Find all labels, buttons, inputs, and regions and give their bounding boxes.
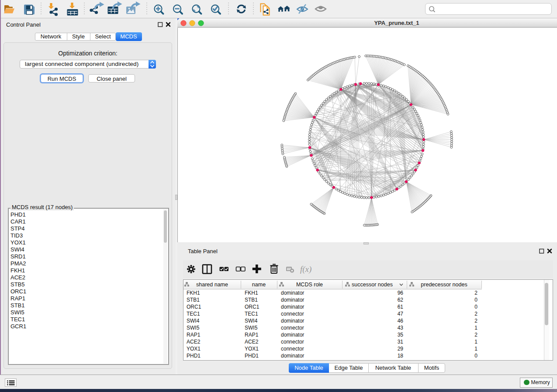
svg-text:f(x): f(x) — [300, 265, 311, 274]
